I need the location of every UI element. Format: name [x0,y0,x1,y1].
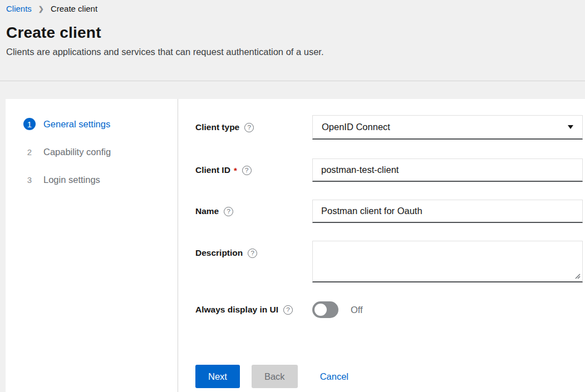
description-label-text: Description [195,248,243,258]
client-type-label: Client type ? [195,122,312,132]
always-display-toggle[interactable] [312,301,338,318]
step-number-badge: 2 [23,146,36,158]
always-display-row: Always display in UI ? Off [195,301,583,318]
description-label: Description ? [195,241,312,258]
step-label: General settings [43,119,110,130]
toggle-knob [314,304,327,316]
wizard-steps-nav: 1 General settings 2 Capability config 3… [6,99,178,392]
always-display-label: Always display in UI ? [195,305,312,315]
toggle-state-text: Off [351,305,363,315]
wizard-step-login-settings[interactable]: 3 Login settings [23,173,178,186]
page-header: Clients ❯ Create client Create client Cl… [0,0,585,81]
client-id-label: Client ID * ? [195,165,312,175]
client-id-label-text: Client ID [195,165,230,175]
help-icon[interactable]: ? [248,249,257,258]
name-row: Name ? [195,200,583,223]
resize-grip-icon[interactable] [574,273,581,279]
back-button[interactable]: Back [252,365,298,388]
description-textarea[interactable] [312,241,583,282]
chevron-down-icon [568,125,573,129]
client-id-row: Client ID * ? [195,158,583,182]
breadcrumb: Clients ❯ Create client [6,4,576,13]
wizard-step-general-settings[interactable]: 1 General settings [23,118,178,130]
client-type-row: Client type ? OpenID Connect [195,115,583,140]
general-settings-form: Client type ? OpenID Connect Client ID *… [178,99,585,392]
create-client-wizard-card: 1 General settings 2 Capability config 3… [6,99,585,392]
help-icon[interactable]: ? [283,305,293,315]
step-number-badge: 1 [23,118,36,130]
client-id-input[interactable] [312,158,583,182]
client-type-select[interactable]: OpenID Connect [312,115,583,140]
wizard-footer: Next Back Cancel [195,365,583,388]
name-label-text: Name [195,206,219,216]
wizard-step-capability-config[interactable]: 2 Capability config [23,146,178,158]
page-body: 1 General settings 2 Capability config 3… [0,81,585,392]
description-row: Description ? [195,241,583,282]
name-label: Name ? [195,206,312,216]
always-display-label-text: Always display in UI [195,305,278,315]
breadcrumb-current: Create client [51,4,97,13]
step-label: Login settings [43,175,100,185]
page-subtitle: Clients are applications and services th… [6,47,576,57]
breadcrumb-separator-icon: ❯ [38,5,44,13]
required-asterisk: * [234,166,237,175]
page-title: Create client [6,24,576,42]
client-type-label-text: Client type [195,122,239,132]
cancel-button[interactable]: Cancel [320,371,348,382]
client-type-selected-value: OpenID Connect [322,122,390,132]
breadcrumb-link-clients[interactable]: Clients [6,4,32,13]
step-number-badge: 3 [23,173,36,186]
help-icon[interactable]: ? [224,207,233,216]
next-button[interactable]: Next [195,365,240,388]
step-label: Capability config [43,147,111,157]
help-icon[interactable]: ? [244,123,254,132]
name-input[interactable] [312,200,583,223]
help-icon[interactable]: ? [242,166,252,175]
